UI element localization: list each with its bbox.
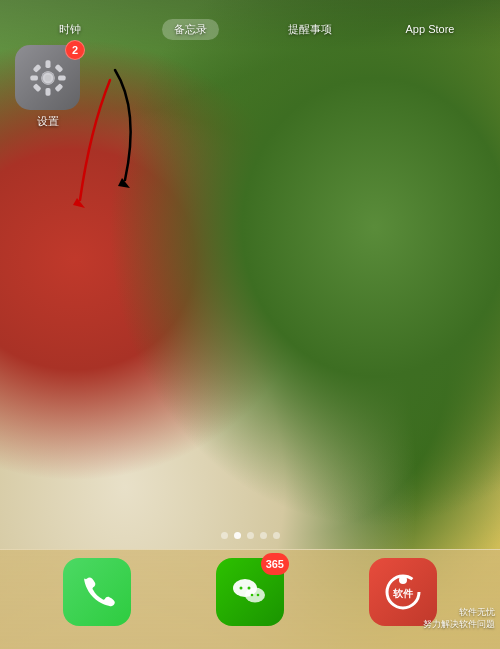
phone-svg [77,572,117,612]
svg-point-18 [257,594,260,597]
wechat-icon: 365 [216,558,284,626]
phone-app[interactable] [63,558,131,626]
page-dots [0,532,500,539]
svg-rect-6 [54,63,63,72]
watermark-line1: 软件无忧 [423,606,495,619]
sidebar-item-appstore[interactable]: App Store [390,23,470,35]
svg-point-20 [399,576,407,584]
page-dot-1 [234,532,241,539]
sidebar-item-notes[interactable]: 备忘录 [150,19,230,40]
svg-point-15 [239,587,242,590]
page-dot-3 [260,532,267,539]
svg-rect-4 [58,75,66,80]
watermark-line2: 努力解决软件问题 [423,618,495,631]
svg-rect-2 [45,88,50,96]
watermark: 软件无忧 努力解决软件问题 [423,606,495,631]
wechat-app[interactable]: 365 [216,558,284,626]
gear-icon [27,57,69,99]
page-dot-4 [273,532,280,539]
settings-icon: 2 [15,45,80,110]
svg-point-17 [251,594,254,597]
svg-point-16 [247,587,250,590]
svg-rect-7 [32,83,41,92]
wechat-svg [228,570,272,614]
svg-text:软件: 软件 [392,588,414,599]
phone-icon [63,558,131,626]
settings-label: 设置 [37,114,59,129]
svg-rect-1 [45,60,50,68]
sidebar-item-reminders[interactable]: 提醒事项 [270,22,350,37]
wechat-badge: 365 [261,553,289,575]
sidebar-item-clock[interactable]: 时钟 [30,22,110,37]
settings-badge: 2 [65,40,85,60]
page-dot-2 [247,532,254,539]
svg-point-14 [245,588,265,603]
svg-rect-5 [32,63,41,72]
settings-app[interactable]: 2 设置 [15,45,80,129]
page-dot-0 [221,532,228,539]
bottom-dock: 365 软件 [0,549,500,649]
svg-rect-8 [54,83,63,92]
redapp-svg: 软件 [381,570,425,614]
apps-grid: 2 设置 [15,45,80,129]
svg-rect-3 [30,75,38,80]
svg-point-10 [44,74,51,81]
